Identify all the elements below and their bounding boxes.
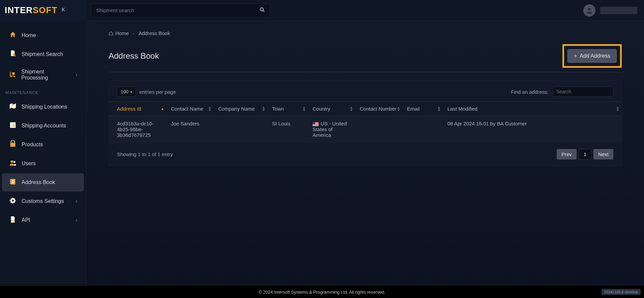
svg-rect-21 <box>10 183 11 184</box>
nav-label: Customs Settings <box>22 198 64 204</box>
col-town[interactable]: Town▲▼ <box>267 102 308 116</box>
svg-point-6 <box>12 104 14 106</box>
topbar-right <box>583 4 637 17</box>
entries-suffix: entries per page <box>139 89 176 95</box>
cell-email <box>402 116 443 143</box>
nav-products[interactable]: Products <box>2 136 84 154</box>
showing-text: Showing 1 to 1 of 1 entry <box>117 151 173 157</box>
svg-rect-14 <box>10 143 16 147</box>
chevron-right-icon: › <box>76 72 77 78</box>
entries-value: 100 <box>121 89 128 94</box>
add-address-highlight: + Add Address <box>562 44 622 68</box>
table-header-row: Address Id ▲ Contact Name▲▼ Company Name… <box>109 102 621 116</box>
table-row[interactable]: 4cd31b3a-dc10-4b25-96be-3b36d7679725 Joe… <box>109 116 621 143</box>
chevron-down-icon: ▾ <box>130 90 132 94</box>
entries-select[interactable]: 100 ▾ <box>117 87 136 97</box>
page-title: Address Book <box>109 51 159 61</box>
svg-rect-8 <box>11 123 12 124</box>
find-label: Find an address: <box>511 89 549 95</box>
pager: Prev 1 Next <box>557 149 613 159</box>
svg-rect-11 <box>12 125 14 125</box>
nav-label: Home <box>22 32 36 38</box>
pager-prev[interactable]: Prev <box>557 149 577 159</box>
nav-shipping-locations[interactable]: Shipping Locations <box>2 98 84 116</box>
home-icon <box>9 31 17 40</box>
pager-page-1[interactable]: 1 <box>579 149 591 159</box>
sidebar: Home Shipment Search Shipment Processing… <box>0 21 86 286</box>
svg-point-18 <box>12 180 14 182</box>
nav-label: Shipment Processing <box>21 69 70 81</box>
sort-asc-icon: ▲ <box>161 108 164 110</box>
nav-api[interactable]: API › <box>2 211 84 229</box>
bag-icon <box>9 140 17 149</box>
svg-rect-9 <box>12 123 14 124</box>
global-search-wrap <box>91 4 270 17</box>
cell-address-id: 4cd31b3a-dc10-4b25-96be-3b36d7679725 <box>109 116 166 143</box>
divider <box>109 72 622 72</box>
table-footer: Showing 1 to 1 of 1 entry Prev 1 Next <box>109 143 621 159</box>
cell-company-name <box>213 116 267 143</box>
chevron-right-icon: › <box>133 30 135 36</box>
nav-shipping-accounts[interactable]: Shipping Accounts <box>2 117 84 135</box>
nav-label: Shipping Locations <box>22 104 67 110</box>
col-email[interactable]: Email▲▼ <box>402 102 443 116</box>
address-table-card: 100 ▾ entries per page Find an address: … <box>109 80 622 167</box>
gear-icon <box>9 197 17 206</box>
col-last-modified[interactable]: Last Modified▲▼ <box>443 102 621 116</box>
sort-icon: ▲▼ <box>302 106 306 112</box>
code-icon <box>9 216 17 225</box>
us-flag-icon <box>313 122 319 126</box>
footer-text: © 2024 Intersoft Systems & Programming L… <box>259 290 385 295</box>
topbar: INTERSOFT <box>0 0 644 21</box>
nav-home[interactable]: Home <box>2 26 84 44</box>
add-address-button[interactable]: + Add Address <box>567 49 617 63</box>
nav-customs-settings[interactable]: Customs Settings › <box>2 192 84 210</box>
nav-label: Users <box>22 160 36 167</box>
user-avatar[interactable] <box>583 4 595 17</box>
svg-point-5 <box>14 76 15 78</box>
brand-logo: INTERSOFT <box>5 5 57 16</box>
nav-users[interactable]: Users <box>2 154 84 173</box>
col-address-id[interactable]: Address Id ▲ <box>109 102 166 116</box>
svg-rect-12 <box>11 126 12 127</box>
breadcrumb-current: Address Book <box>139 30 170 36</box>
address-book-icon <box>9 178 17 187</box>
cell-town: St Louis <box>267 116 308 143</box>
sort-icon: ▲▼ <box>262 106 265 112</box>
sort-icon: ▲▼ <box>616 106 619 112</box>
global-search-input[interactable] <box>91 4 270 17</box>
sidebar-collapse-icon[interactable] <box>61 6 67 14</box>
nav-address-book[interactable]: Address Book <box>2 173 84 191</box>
pager-next[interactable]: Next <box>593 149 613 159</box>
svg-point-23 <box>12 200 14 202</box>
search-icon[interactable] <box>260 7 265 14</box>
col-country[interactable]: Country▲▼ <box>308 102 355 116</box>
cell-last-modified: 08 Apr 2024 16:01 by BA Customer <box>443 116 621 143</box>
table-controls: 100 ▾ entries per page Find an address: <box>109 87 621 101</box>
nav-shipment-search[interactable]: Shipment Search <box>2 45 84 63</box>
username-display[interactable] <box>600 7 637 14</box>
svg-rect-20 <box>10 181 11 182</box>
nav-label: Address Book <box>22 179 55 185</box>
plus-icon: + <box>574 53 577 59</box>
breadcrumb-home-label: Home <box>115 30 129 36</box>
svg-rect-19 <box>10 180 11 181</box>
breadcrumb-home[interactable]: Home <box>109 30 129 36</box>
svg-rect-13 <box>12 126 14 127</box>
svg-rect-10 <box>11 125 12 125</box>
col-contact-number[interactable]: Contact Number▲▼ <box>355 102 402 116</box>
find-address-input[interactable] <box>553 87 613 97</box>
col-contact-name[interactable]: Contact Name▲▼ <box>166 102 213 116</box>
page-header: Address Book + Add Address <box>109 44 632 68</box>
cell-country: US - United States of America <box>308 116 355 143</box>
home-icon <box>109 31 113 36</box>
footer: © 2024 Intersoft Systems & Programming L… <box>0 286 644 298</box>
breadcrumb: Home › Address Book <box>109 30 632 36</box>
entries-per-page: 100 ▾ entries per page <box>117 87 176 97</box>
logo-area: INTERSOFT <box>0 0 86 21</box>
brand-part1: INTER <box>5 5 33 15</box>
add-address-label: Add Address <box>580 53 610 59</box>
map-pin-icon <box>9 102 17 111</box>
nav-shipment-processing[interactable]: Shipment Processing › <box>2 64 84 86</box>
col-company-name[interactable]: Company Name▲▼ <box>213 102 267 116</box>
